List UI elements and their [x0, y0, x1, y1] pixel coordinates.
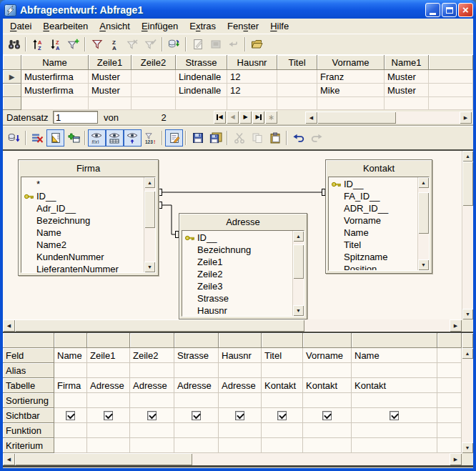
functions-button[interactable]: f(x)	[88, 129, 106, 147]
qbe-cell[interactable]	[437, 348, 462, 363]
qbe-column-header[interactable]	[219, 333, 262, 348]
undo-button[interactable]	[289, 129, 307, 147]
sichtbar-checkbox[interactable]	[277, 411, 287, 420]
field-item[interactable]: Name	[329, 227, 417, 239]
close-button[interactable]: ×	[458, 3, 473, 17]
cell[interactable]	[89, 97, 132, 110]
qbe-cell[interactable]	[303, 438, 352, 453]
qbe-cell[interactable]: Firma	[54, 378, 87, 393]
qbe-column-header[interactable]	[87, 333, 130, 348]
last-record-button[interactable]: ▶	[252, 111, 264, 124]
qbe-cell[interactable]: Kontakt	[262, 378, 303, 393]
cut-button[interactable]	[230, 129, 248, 147]
field-item[interactable]: ADR_ID__	[329, 202, 417, 214]
column-header-strasse[interactable]: Strasse	[176, 55, 227, 70]
field-item[interactable]: Spitzname	[329, 251, 417, 263]
cell[interactable]	[132, 70, 176, 84]
menu-ansicht[interactable]: Ansicht	[94, 19, 136, 33]
scroll-down-icon[interactable]: ▼	[144, 262, 155, 272]
scroll-up-icon[interactable]: ▲	[462, 151, 473, 162]
design-hscrollbar[interactable]: ◀ ▶	[3, 319, 473, 332]
qbe-cell[interactable]: Adresse	[219, 378, 262, 393]
sichtbar-checkbox[interactable]	[147, 411, 157, 420]
qbe-cell[interactable]	[352, 393, 437, 408]
scroll-down-icon[interactable]: ▼	[293, 305, 304, 316]
refresh-button[interactable]	[165, 36, 183, 53]
qbe-cell[interactable]	[437, 423, 462, 438]
column-header-zeile1[interactable]: Zeile1	[89, 55, 132, 70]
scroll-down-icon[interactable]: ▼	[418, 259, 429, 270]
datasheet-hscrollbar[interactable]: ◀ ▶	[305, 111, 472, 124]
field-item[interactable]: ID__	[329, 178, 417, 190]
field-list-vscrollbar[interactable]: ▲ ▼	[144, 177, 155, 272]
cell[interactable]	[385, 97, 429, 110]
qbe-cell[interactable]	[262, 423, 303, 438]
field-item[interactable]: Titel	[329, 239, 417, 251]
qbe-cell[interactable]: Kontakt	[303, 378, 352, 393]
scroll-left-icon[interactable]: ◀	[3, 319, 15, 332]
column-header-hausnr[interactable]: Hausnr	[227, 55, 277, 70]
qbe-cell[interactable]	[352, 363, 437, 378]
qbe-cell[interactable]	[87, 423, 130, 438]
scroll-thumb[interactable]	[317, 111, 396, 124]
qbe-cell[interactable]	[352, 423, 437, 438]
cell[interactable]: Franz	[317, 70, 385, 84]
first-record-button[interactable]: ◀	[214, 111, 226, 124]
qbe-cell[interactable]	[219, 438, 262, 453]
scroll-track[interactable]	[304, 319, 450, 332]
field-list-vscrollbar[interactable]: ▲ ▼	[292, 231, 304, 316]
sichtbar-checkbox[interactable]	[390, 411, 399, 420]
cell[interactable]: Mike	[317, 84, 385, 97]
scroll-track[interactable]	[396, 111, 460, 124]
field-item[interactable]: Strasse	[182, 292, 292, 304]
qbe-column-header[interactable]	[174, 333, 219, 348]
scroll-left-icon[interactable]: ◀	[305, 111, 317, 124]
menu-fenster[interactable]: Fenster	[222, 19, 264, 33]
cell[interactable]	[176, 97, 227, 110]
field-item[interactable]: Position	[329, 263, 417, 270]
qbe-column-header[interactable]	[303, 333, 352, 348]
column-header-zeile2[interactable]: Zeile2	[132, 55, 176, 70]
qbe-cell[interactable]	[130, 363, 174, 378]
qbe-cell[interactable]	[130, 438, 174, 453]
qbe-cell[interactable]: Hausnr	[219, 348, 262, 363]
field-item[interactable]: Zeile1	[182, 256, 292, 268]
cell[interactable]: Muster	[385, 70, 429, 84]
cell[interactable]: Muster	[89, 84, 132, 97]
qbe-cell[interactable]	[54, 363, 87, 378]
cell[interactable]: Lindenalle	[176, 70, 227, 84]
cell[interactable]	[21, 97, 89, 110]
table-title-firma[interactable]: Firma	[19, 160, 158, 176]
scroll-thumb[interactable]	[418, 192, 429, 234]
column-header-titel[interactable]: Titel	[277, 55, 317, 70]
save-as-button[interactable]	[207, 129, 224, 147]
new-record-button[interactable]: ∗	[265, 111, 277, 124]
title-bar[interactable]: Abfrageentwurf: Abfrage1 ×	[0, 0, 476, 19]
previous-record-button[interactable]: ◀	[227, 111, 239, 124]
copy-button[interactable]	[248, 129, 266, 147]
qbe-cell[interactable]: Adresse	[130, 378, 174, 393]
qbe-cell[interactable]	[174, 423, 219, 438]
qbe-cell[interactable]: Zeile2	[130, 348, 174, 363]
column-header-vorname[interactable]: Vorname	[317, 55, 385, 70]
qbe-cell[interactable]: Name	[352, 348, 437, 363]
sort-button[interactable]: ZA	[106, 36, 124, 53]
next-record-button[interactable]: ▶	[239, 111, 252, 124]
qbe-column-header[interactable]	[352, 333, 437, 348]
scroll-thumb[interactable]	[462, 162, 473, 206]
cell[interactable]: Musterfirma	[21, 70, 89, 84]
field-item[interactable]: Hausnr	[182, 304, 292, 316]
sort-ascending-button[interactable]: AZ	[29, 36, 46, 53]
qbe-column-header[interactable]	[130, 333, 174, 348]
qbe-cell[interactable]	[262, 438, 303, 453]
field-item[interactable]: *	[21, 178, 144, 190]
menu-einfuegen[interactable]: Einfügen	[136, 19, 184, 33]
field-item[interactable]: FA_ID__	[329, 190, 417, 202]
cell[interactable]	[317, 97, 385, 110]
row-selector-current[interactable]: ▶	[3, 70, 21, 84]
sichtbar-checkbox[interactable]	[192, 411, 201, 420]
qbe-cell[interactable]: Zeile1	[87, 348, 130, 363]
qbe-cell[interactable]	[219, 363, 262, 378]
qbe-cell[interactable]	[219, 393, 262, 408]
field-item[interactable]: LieferantenNummer	[21, 263, 144, 272]
